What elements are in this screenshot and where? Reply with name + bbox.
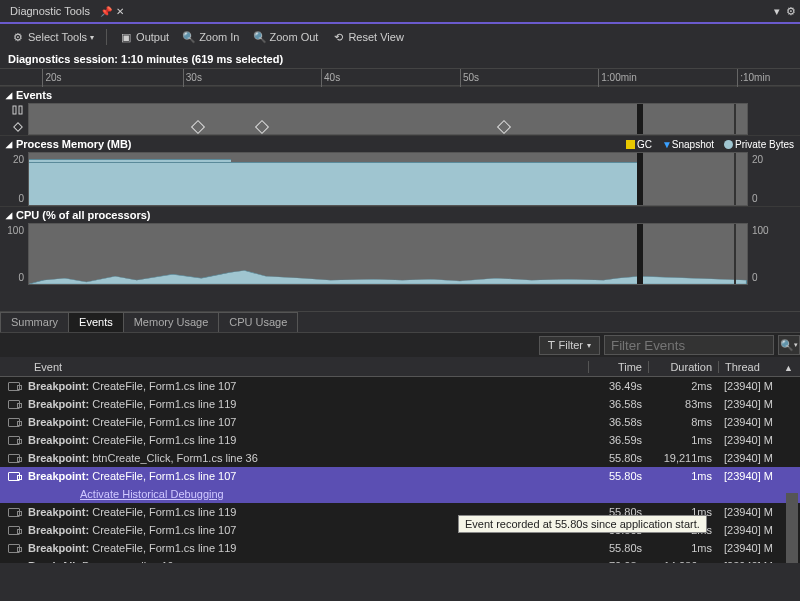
event-diamond[interactable] [255,120,269,134]
ruler-tick: 1:00min [598,69,637,87]
scrollbar-thumb[interactable] [786,493,798,563]
end-marker [734,153,736,205]
table-row[interactable]: Breakpoint: CreateFile, Form1.cs line 10… [0,377,800,395]
mem-axis-max: 20 [13,154,24,165]
mem-axis-min: 0 [18,193,24,204]
reset-view-label: Reset View [348,31,403,43]
event-time: 36.49s [588,380,648,392]
collapse-icon: ◢ [6,211,12,220]
selection-marker[interactable] [637,104,643,134]
table-row[interactable]: Activate Historical Debugging [0,485,800,503]
cpu-axis-max: 100 [7,225,24,236]
break-arrow-icon: ➔ [9,559,19,563]
event-time: 36.58s [588,398,648,410]
gear-icon[interactable]: ⚙ [786,5,796,18]
ruler-tick: 40s [321,69,340,87]
zoom-out-button[interactable]: 🔍 Zoom Out [248,28,324,46]
event-text: Breakpoint: CreateFile, Form1.cs line 10… [28,470,588,482]
table-row[interactable]: Breakpoint: CreateFile, Form1.cs line 11… [0,431,800,449]
window-dropdown-icon[interactable]: ▾ [774,5,780,18]
table-row[interactable]: Breakpoint: CreateFile, Form1.cs line 11… [0,395,800,413]
snapshot-icon [8,544,20,553]
gc-label: GC [637,139,652,150]
col-event[interactable]: Event [0,361,588,373]
snapshot-icon [8,454,20,463]
cpu-axis-max-r: 100 [752,225,769,236]
search-button[interactable]: 🔍▾ [778,335,800,355]
memory-legend: GC ▼Snapshot Private Bytes [626,139,794,150]
private-bytes-label: Private Bytes [735,139,794,150]
output-button[interactable]: ▣ Output [114,28,174,46]
scroll-up-icon[interactable]: ▲ [784,363,793,373]
filter-label: Filter [559,339,583,351]
col-thread[interactable]: Thread [718,361,784,373]
close-icon[interactable]: ✕ [116,6,124,17]
event-thread: [23940] M [718,542,784,554]
tabs: Summary Events Memory Usage CPU Usage [0,311,800,333]
zoom-in-button[interactable]: 🔍 Zoom In [177,28,244,46]
ruler-tick: :10min [737,69,770,87]
event-tooltip: Event recorded at 55.80s since applicati… [458,515,707,533]
table-row[interactable]: Breakpoint: CreateFile, Form1.cs line 11… [0,539,800,557]
output-label: Output [136,31,169,43]
col-time[interactable]: Time [588,361,648,373]
table-row[interactable]: Breakpoint: CreateFile, Form1.cs line 10… [0,467,800,485]
zoom-out-label: Zoom Out [270,31,319,43]
gc-swatch [626,140,635,149]
search-icon: 🔍 [780,339,794,352]
zoom-in-icon: 🔍 [182,30,196,44]
gear-icon: ⚙ [11,30,25,44]
cpu-axis-min-r: 0 [752,272,758,283]
snapshot-icon [8,526,20,535]
event-duration: 19,211ms [648,452,718,464]
activate-historical-debugging-link[interactable]: Activate Historical Debugging [28,488,224,500]
cpu-section-header[interactable]: ◢ CPU (% of all processors) [0,206,800,223]
tab-cpu-usage[interactable]: CPU Usage [218,312,298,332]
events-left-icons [0,103,28,135]
chevron-down-icon: ▾ [794,341,798,349]
filter-events-input[interactable] [604,335,774,355]
selection-marker[interactable] [637,224,643,284]
memory-section-header[interactable]: ◢ Process Memory (MB) GC ▼Snapshot Priva… [0,135,800,152]
event-text: Breakpoint: CreateFile, Form1.cs line 11… [28,398,588,410]
pin-icon[interactable]: 📌 [100,6,112,17]
event-duration: 83ms [648,398,718,410]
events-section-header[interactable]: ◢ Events [0,86,800,103]
reset-view-icon: ⟲ [331,30,345,44]
event-thread: [23940] M [718,506,784,518]
reset-view-button[interactable]: ⟲ Reset View [326,28,408,46]
event-text: Breakpoint: CreateFile, Form1.cs line 10… [28,416,588,428]
tab-events[interactable]: Events [68,312,124,332]
cpu-axis-min: 0 [18,272,24,283]
table-row[interactable]: Breakpoint: CreateFile, Form1.cs line 10… [0,413,800,431]
grid-body[interactable]: Breakpoint: CreateFile, Form1.cs line 10… [0,377,800,563]
end-marker [734,224,736,284]
chevron-down-icon: ▾ [587,341,591,350]
selection-marker[interactable] [637,153,643,205]
filter-button[interactable]: 𝖳 Filter ▾ [539,336,600,355]
separator [106,29,107,45]
window-title: Diagnostic Tools [4,5,96,17]
select-tools-button[interactable]: ⚙ Select Tools ▾ [6,28,99,46]
zoom-in-label: Zoom In [199,31,239,43]
events-chart[interactable] [0,103,800,135]
event-time: 55.80s [588,470,648,482]
memory-chart[interactable]: 200 200 [0,152,800,206]
snapshot-icon: ▼ [662,139,672,150]
event-time: 55.80s [588,542,648,554]
svg-rect-0 [13,106,16,114]
ruler-tick: 50s [460,69,479,87]
event-duration: 14,286ms [648,560,718,563]
tab-summary[interactable]: Summary [0,312,69,332]
table-row[interactable]: ➔Break All: Program.cs line 1970.08s14,2… [0,557,800,563]
event-diamond[interactable] [191,120,205,134]
event-thread: [23940] M [718,416,784,428]
event-duration: 1ms [648,542,718,554]
event-diamond[interactable] [497,120,511,134]
mem-axis-min-r: 0 [752,193,758,204]
col-duration[interactable]: Duration [648,361,718,373]
tab-memory-usage[interactable]: Memory Usage [123,312,220,332]
table-row[interactable]: Breakpoint: btnCreate_Click, Form1.cs li… [0,449,800,467]
timeline-ruler[interactable]: 20s30s40s50s1:00min:10min [0,68,800,86]
cpu-chart[interactable]: 1000 1000 [0,223,800,285]
